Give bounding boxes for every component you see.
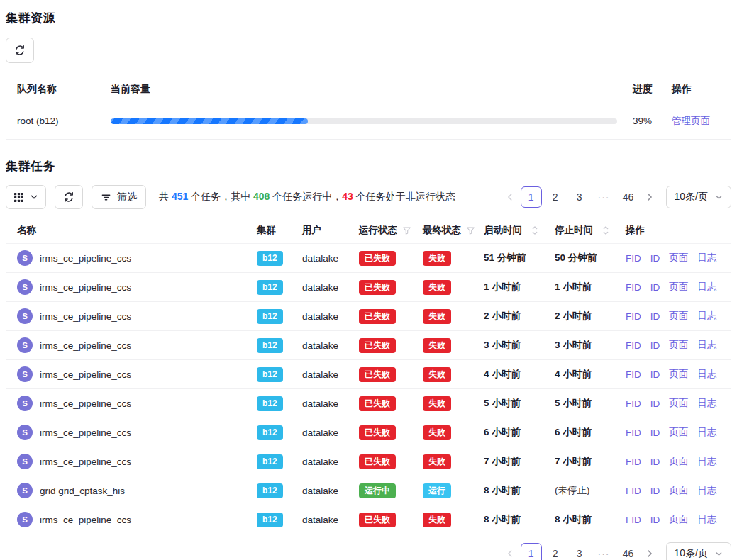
progress-percent: 39% bbox=[624, 116, 666, 126]
column-header-capacity: 当前容量 bbox=[105, 83, 624, 96]
tasks-refresh-button[interactable] bbox=[55, 185, 83, 209]
pagination-page-2[interactable]: 2 bbox=[545, 186, 566, 208]
pagination-page-3[interactable]: 3 bbox=[569, 186, 590, 208]
row-action-link[interactable]: FID bbox=[626, 311, 641, 322]
row-action-link[interactable]: 日志 bbox=[697, 310, 716, 323]
avatar: S bbox=[17, 337, 33, 353]
row-action-link[interactable]: 页面 bbox=[669, 368, 688, 381]
row-action-link[interactable]: 日志 bbox=[697, 426, 716, 439]
pagination-page-2[interactable]: 2 bbox=[545, 543, 566, 560]
row-action-link[interactable]: 页面 bbox=[669, 455, 688, 468]
row-action-link[interactable]: 日志 bbox=[697, 397, 716, 410]
final-status-badge: 失败 bbox=[423, 396, 451, 411]
row-action-link[interactable]: FID bbox=[626, 369, 641, 380]
cluster-badge: b12 bbox=[257, 251, 283, 266]
row-action-link[interactable]: 页面 bbox=[669, 310, 688, 323]
row-action-link[interactable]: 页面 bbox=[669, 397, 688, 410]
row-action-link[interactable]: 页面 bbox=[669, 426, 688, 439]
row-action-link[interactable]: FID bbox=[626, 486, 641, 496]
run-status-badge: 已失败 bbox=[359, 425, 396, 440]
table-row: S grid grid_cptask_his b12 datalake 运行中 … bbox=[6, 476, 731, 505]
row-action-link[interactable]: 日志 bbox=[697, 281, 716, 293]
row-action-link[interactable]: 日志 bbox=[697, 339, 716, 352]
row-action-link[interactable]: 页面 bbox=[669, 281, 688, 293]
cluster-tasks-section: 集群任务 bbox=[6, 158, 731, 560]
refresh-icon bbox=[14, 45, 26, 56]
pagination-page-46[interactable]: 46 bbox=[618, 543, 639, 560]
filter-funnel-icon[interactable] bbox=[402, 226, 411, 235]
task-name: irms_ce_pipeline_ccs bbox=[40, 282, 131, 293]
row-action-link[interactable]: 页面 bbox=[669, 339, 688, 352]
stop-time: 5 小时前 bbox=[549, 397, 620, 410]
stop-time: 1 小时前 bbox=[549, 281, 620, 293]
row-action-link[interactable]: FID bbox=[626, 340, 641, 351]
row-action-link[interactable]: ID bbox=[650, 311, 660, 322]
pagination-page-46[interactable]: 46 bbox=[618, 186, 639, 208]
row-action-link[interactable]: ID bbox=[650, 515, 660, 525]
refresh-icon bbox=[63, 191, 74, 203]
row-action-link[interactable]: FID bbox=[626, 282, 641, 293]
row-action-link[interactable]: ID bbox=[650, 457, 660, 467]
filter-button[interactable]: 筛选 bbox=[92, 185, 146, 209]
pagination-next-button[interactable] bbox=[641, 186, 659, 208]
row-action-link[interactable]: ID bbox=[650, 369, 660, 380]
start-time: 7 小时前 bbox=[478, 455, 549, 468]
page-size-select[interactable]: 10条/页 bbox=[666, 186, 731, 208]
row-actions: FIDID页面日志 bbox=[620, 513, 731, 526]
row-action-link[interactable]: FID bbox=[626, 457, 641, 467]
row-action-link[interactable]: ID bbox=[650, 427, 660, 438]
grid-icon bbox=[13, 192, 24, 203]
sort-icon[interactable] bbox=[602, 225, 609, 235]
row-action-link[interactable]: ID bbox=[650, 340, 660, 351]
column-header-progress: 进度 bbox=[624, 83, 666, 96]
cluster-badge: b12 bbox=[257, 483, 283, 498]
capacity-progress-bar bbox=[111, 118, 617, 124]
row-action-link[interactable]: ID bbox=[650, 253, 660, 264]
avatar: S bbox=[17, 512, 33, 527]
row-action-link[interactable]: 日志 bbox=[697, 368, 716, 381]
row-action-link[interactable]: FID bbox=[626, 253, 641, 264]
page-size-select[interactable]: 10条/页 bbox=[666, 542, 731, 560]
row-action-link[interactable]: ID bbox=[650, 486, 660, 496]
avatar: S bbox=[17, 396, 33, 411]
final-status-badge: 失败 bbox=[423, 338, 451, 353]
cluster-badge: b12 bbox=[257, 425, 283, 440]
tasks-toolbar: 筛选 共 451 个任务，其中 408 个任务运行中，43 个任务处于非运行状态… bbox=[6, 185, 731, 209]
manage-page-link[interactable]: 管理页面 bbox=[672, 116, 710, 126]
start-time: 3 小时前 bbox=[478, 339, 549, 352]
row-action-link[interactable]: ID bbox=[650, 282, 660, 293]
pagination-prev-button[interactable] bbox=[501, 543, 519, 560]
task-name: irms_ce_pipeline_ccs bbox=[40, 253, 131, 264]
row-action-link[interactable]: 日志 bbox=[697, 513, 716, 526]
layout-grid-dropdown-button[interactable] bbox=[6, 185, 46, 209]
pagination-page-1[interactable]: 1 bbox=[521, 543, 542, 560]
row-action-link[interactable]: 日志 bbox=[697, 252, 716, 264]
run-status-badge: 已失败 bbox=[359, 280, 396, 295]
row-action-link[interactable]: FID bbox=[626, 398, 641, 409]
row-actions: FIDID页面日志 bbox=[620, 310, 731, 323]
row-action-link[interactable]: FID bbox=[626, 427, 641, 438]
pagination-next-button[interactable] bbox=[641, 543, 659, 560]
pagination-page-3[interactable]: 3 bbox=[569, 543, 590, 560]
final-status-badge: 失败 bbox=[423, 454, 451, 469]
row-action-link[interactable]: 页面 bbox=[669, 252, 688, 264]
sort-icon[interactable] bbox=[531, 225, 538, 235]
row-action-link[interactable]: 日志 bbox=[697, 455, 716, 468]
column-header-queue: 队列名称 bbox=[6, 83, 105, 96]
filter-funnel-icon[interactable] bbox=[466, 226, 475, 235]
pagination: 123···46 10条/页 bbox=[501, 542, 731, 560]
start-time: 8 小时前 bbox=[478, 484, 549, 497]
pagination-prev-button[interactable] bbox=[501, 186, 519, 208]
row-action-link[interactable]: ID bbox=[650, 398, 660, 409]
task-user: datalake bbox=[297, 457, 353, 467]
row-action-link[interactable]: 页面 bbox=[669, 513, 688, 526]
row-action-link[interactable]: 页面 bbox=[669, 484, 688, 497]
run-status-badge: 已失败 bbox=[359, 513, 396, 527]
row-action-link[interactable]: 日志 bbox=[697, 484, 716, 497]
table-row: S irms_ce_pipeline_ccs b12 datalake 已失败 … bbox=[6, 505, 731, 534]
page: 集群资源 队列名称 当前容量 进度 操作 root (b12) bbox=[0, 0, 737, 560]
row-actions: FIDID页面日志 bbox=[620, 426, 731, 439]
resources-refresh-button[interactable] bbox=[6, 38, 34, 63]
pagination-page-1[interactable]: 1 bbox=[521, 186, 542, 208]
row-action-link[interactable]: FID bbox=[626, 515, 641, 525]
